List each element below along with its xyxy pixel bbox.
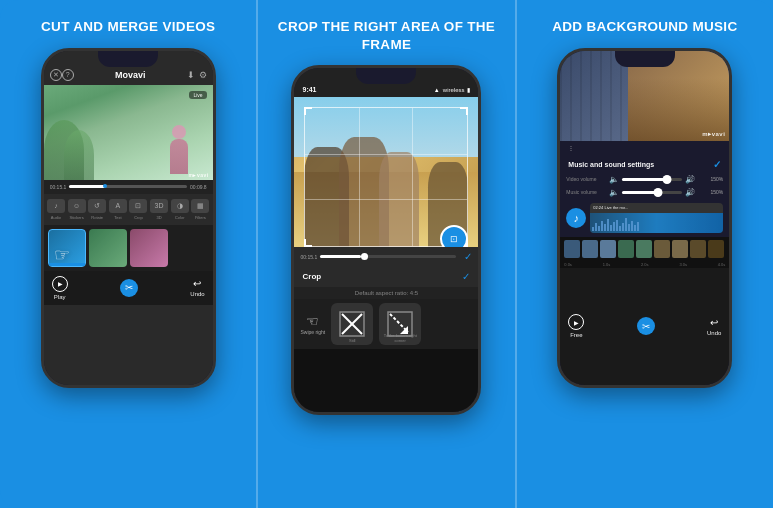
tool-text-label: Text bbox=[114, 215, 121, 220]
crop-icon: ⊡ bbox=[129, 199, 147, 213]
crop-confirm-icon[interactable]: ✓ bbox=[462, 271, 470, 282]
cut-button-3[interactable]: ✂ bbox=[637, 317, 655, 335]
tool-color[interactable]: ◑ Color bbox=[171, 199, 189, 220]
swipe-hand-icon: ☜ bbox=[306, 313, 319, 329]
undo-button[interactable]: ↩ Undo bbox=[190, 278, 204, 297]
thumb-7 bbox=[672, 240, 688, 258]
music-volume-track[interactable] bbox=[622, 191, 682, 194]
music-track-row: ♪ 02:24 Live the mo... bbox=[560, 199, 729, 237]
tool-filters-label: Filters bbox=[195, 215, 206, 220]
tool-stickers-label: Stickers bbox=[69, 215, 83, 220]
play-button-3[interactable]: ▶ Free bbox=[568, 314, 584, 338]
settings-check[interactable]: ✓ bbox=[713, 159, 721, 170]
play-btn-circle[interactable]: ▶ bbox=[52, 276, 68, 292]
crop-grid-line-v2 bbox=[412, 108, 413, 246]
timeline-2-thumb[interactable] bbox=[361, 253, 368, 260]
crop-corner-tl[interactable] bbox=[304, 107, 312, 115]
timeline-bar-1[interactable]: 00:15.1 00:09.8 bbox=[44, 180, 213, 194]
phone-3-notch bbox=[615, 51, 675, 67]
3d-icon: 3D bbox=[150, 199, 168, 213]
play-button[interactable]: ▶ Play bbox=[52, 276, 68, 300]
undo-label-3: Undo bbox=[707, 330, 721, 336]
tool-3d-label: 3D bbox=[157, 215, 162, 220]
cut-btn-circle[interactable]: ✂ bbox=[120, 279, 138, 297]
crop-heading: Crop bbox=[302, 272, 321, 281]
stickers-icon: ☺ bbox=[68, 199, 86, 213]
phone-1: ✕ ? Movavi ⬇ ⚙ bbox=[41, 48, 216, 388]
timeline-bar-2[interactable]: 00:15.1 ✓ bbox=[294, 247, 478, 266]
movavi-watermark: m▸vavi bbox=[188, 172, 208, 178]
time-label-4: 3.0s bbox=[679, 262, 687, 267]
phone-1-screen: ✕ ? Movavi ⬇ ⚙ bbox=[44, 51, 213, 385]
scissors-icon: ✂ bbox=[125, 282, 133, 293]
video-vol-label: Video volume bbox=[566, 176, 606, 182]
timeline-thumb[interactable] bbox=[103, 184, 107, 188]
phone-3-screen: m▸vavi ⋮ Music and sound settings ✓ Vide… bbox=[560, 51, 729, 385]
play-label: Play bbox=[54, 294, 66, 300]
phone-2-spacer bbox=[294, 349, 478, 412]
app-title: Movavi bbox=[74, 70, 187, 80]
crop-corner-bl[interactable] bbox=[304, 239, 312, 247]
video-volume-thumb[interactable] bbox=[663, 175, 672, 184]
music-speaker-high-icon: 🔊 bbox=[685, 188, 695, 197]
video-volume-fill bbox=[622, 178, 667, 181]
tool-stickers[interactable]: ☺ Stickers bbox=[68, 199, 86, 220]
swipe-right-label: Swipe right bbox=[300, 329, 325, 335]
timeline-2-track[interactable] bbox=[320, 255, 456, 258]
waveform-bars bbox=[590, 213, 723, 233]
thumb-1 bbox=[564, 240, 580, 258]
timeline-2-progress bbox=[320, 255, 361, 258]
phone-3: m▸vavi ⋮ Music and sound settings ✓ Vide… bbox=[557, 48, 732, 388]
tool-rotate[interactable]: ↺ Rotate bbox=[88, 199, 106, 220]
tool-filters[interactable]: ▦ Filters bbox=[191, 199, 209, 220]
crop-label-row: Crop ✓ bbox=[294, 266, 478, 287]
music-volume-pct: 150% bbox=[698, 189, 723, 195]
help-icon[interactable]: ? bbox=[62, 69, 74, 81]
cut-btn-3[interactable]: ✂ bbox=[637, 317, 655, 335]
close-icon[interactable]: ✕ bbox=[50, 69, 62, 81]
play-btn-3[interactable]: ▶ bbox=[568, 314, 584, 330]
time-label-3: 2.0s bbox=[641, 262, 649, 267]
time-labels-row: 0.0s 1.0s 2.0s 3.0s 4.0s bbox=[560, 261, 729, 268]
video-volume-row: Video volume 🔈 🔊 150% bbox=[560, 173, 729, 186]
clip-2[interactable] bbox=[89, 229, 127, 267]
crop-option-still[interactable]: Still bbox=[331, 303, 373, 345]
still-label: Still bbox=[349, 338, 355, 343]
panel-3-title: ADD BACKGROUND MUSIC bbox=[552, 18, 737, 36]
music-track-display[interactable]: 02:24 Live the mo... bbox=[590, 203, 723, 233]
video-volume-track[interactable] bbox=[622, 178, 682, 181]
bottom-bar-1: ▶ Play ✂ ↩ Undo bbox=[44, 271, 213, 305]
tool-3d[interactable]: 3D 3D bbox=[150, 199, 168, 220]
play-icon-3: ▶ bbox=[574, 319, 579, 326]
tool-audio[interactable]: ♪ Audio bbox=[47, 199, 65, 220]
tool-crop[interactable]: ⊡ Crop bbox=[129, 199, 147, 220]
tool-text[interactable]: A Text bbox=[109, 199, 127, 220]
text-icon: A bbox=[109, 199, 127, 213]
settings-icon[interactable]: ⚙ bbox=[199, 70, 207, 80]
music-note-button[interactable]: ♪ bbox=[566, 208, 586, 228]
wifi-icon: wireless bbox=[443, 87, 465, 93]
timeline-check[interactable]: ✓ bbox=[464, 251, 472, 262]
crop-action-button[interactable]: ⊡ Crop bbox=[440, 225, 468, 247]
battery-icon: ▮ bbox=[467, 86, 470, 93]
phone-2: 9:41 ▲ wireless ▮ bbox=[291, 65, 481, 415]
crop-option-bottom-right[interactable]: To the bottom right corner bbox=[379, 303, 421, 345]
time-label-1: 0.0s bbox=[564, 262, 572, 267]
video-speaker-icon: 🔈 bbox=[609, 175, 619, 184]
tree-decoration-2 bbox=[64, 130, 94, 180]
music-waveform bbox=[590, 213, 723, 233]
cut-button[interactable]: ✂ bbox=[120, 279, 138, 297]
tool-crop-label: Crop bbox=[134, 215, 143, 220]
crop-corner-tr[interactable] bbox=[460, 107, 468, 115]
download-icon[interactable]: ⬇ bbox=[187, 70, 195, 80]
panel-music: ADD BACKGROUND MUSIC m▸vavi bbox=[517, 0, 773, 508]
tool-color-label: Color bbox=[175, 215, 185, 220]
music-volume-thumb[interactable] bbox=[654, 188, 663, 197]
clip-3[interactable] bbox=[130, 229, 168, 267]
undo-button-3[interactable]: ↩ Undo bbox=[707, 317, 721, 336]
scissors-icon-3: ✂ bbox=[642, 321, 650, 332]
filters-icon: ▦ bbox=[191, 199, 209, 213]
toolbar-1: ♪ Audio ☺ Stickers ↺ Rotate bbox=[44, 194, 213, 225]
timeline-track[interactable] bbox=[69, 185, 187, 188]
timeline-progress bbox=[69, 185, 104, 188]
